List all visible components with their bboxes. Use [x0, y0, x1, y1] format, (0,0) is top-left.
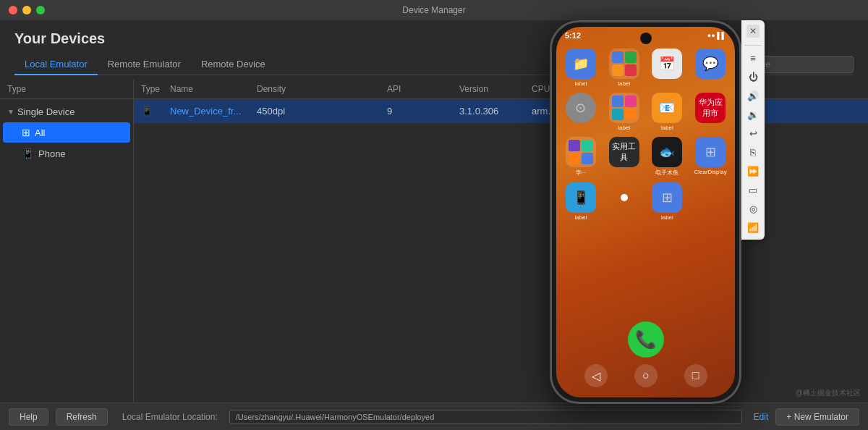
phone-app-grid: 📁 label label 📅	[562, 49, 729, 221]
app-icon-wrap[interactable]: 华为应用市	[692, 93, 729, 131]
type-col-header: Type	[0, 80, 133, 99]
sidebar-section-single-device[interactable]: ▼ Single Device	[0, 102, 133, 122]
tab-remote-emulator[interactable]: Remote Emulator	[98, 54, 191, 75]
close-button[interactable]	[9, 6, 17, 14]
watermark: @稀土掘金技术社区	[796, 388, 861, 398]
side-controls-panel: ✕ ≡ ⏻ 🔊 🔉 ↩ ⎘ ⏩ ▭ ◎ 📶	[741, 20, 765, 240]
app-icon: 📅	[652, 49, 682, 79]
app-icon-wrap[interactable]: 📁 label	[562, 49, 600, 87]
app-icon	[609, 93, 639, 123]
app-icon-wrap[interactable]: label	[605, 93, 643, 131]
tab-bar: Local Emulator Remote Emulator Remote De…	[14, 54, 276, 75]
app-icon-wrap[interactable]: 🐟 电子木鱼	[649, 137, 686, 177]
app-icon-wrap[interactable]	[605, 182, 643, 221]
refresh-button[interactable]: Refresh	[56, 408, 108, 426]
phone-time: 5:12	[565, 31, 581, 40]
sidebar-section-label: Single Device	[17, 106, 75, 117]
sidebar-item-phone[interactable]: 📱 Phone	[3, 143, 130, 164]
phone-screen[interactable]: 5:12 ●● ▌▌ 📁 label	[556, 27, 735, 397]
app-icon-wrap[interactable]: ⊞ label	[649, 182, 686, 221]
phone-status-bar: 5:12 ●● ▌▌	[556, 27, 735, 44]
title-bar: Device Manager	[0, 0, 868, 20]
app-label: label	[574, 214, 587, 221]
tab-local-emulator[interactable]: Local Emulator	[14, 54, 98, 75]
window-title: Device Manager	[402, 5, 465, 15]
col-api: API	[387, 84, 459, 94]
app-label: label	[574, 80, 587, 87]
app-icon-wrap[interactable]: 📅	[649, 49, 686, 87]
panel-close-button[interactable]: ✕	[746, 25, 760, 38]
col-density: Density	[257, 84, 387, 94]
screen-toggle-icon[interactable]: ▭	[745, 182, 761, 198]
app-icon	[566, 137, 596, 167]
divider	[744, 45, 762, 46]
phone-frame: 5:12 ●● ▌▌ 📁 label	[550, 20, 741, 404]
edit-link[interactable]: Edit	[754, 412, 769, 422]
home-button[interactable]: ○	[634, 364, 658, 387]
power-icon[interactable]: ⏻	[745, 69, 761, 85]
menu-icon[interactable]: ≡	[745, 50, 761, 66]
app-icon: 📧	[652, 93, 682, 123]
minimize-button[interactable]	[22, 6, 31, 14]
phone-emulator: 5:12 ●● ▌▌ 📁 label	[550, 20, 741, 404]
app-label: label	[618, 80, 630, 87]
row-name: New_Device_fr...	[170, 106, 257, 117]
help-button[interactable]: Help	[9, 408, 48, 426]
app-icon: 🐟	[652, 137, 682, 167]
app-icon	[609, 49, 639, 79]
app-icon-wrap[interactable]: ⊞ ClearDisplay	[692, 137, 729, 177]
recents-button[interactable]: □	[684, 364, 707, 387]
app-label: label	[661, 125, 673, 131]
sidebar-item-all[interactable]: ⊞ All	[3, 122, 130, 143]
wifi-icon[interactable]: 📶	[745, 219, 761, 235]
app-icon-wrap[interactable]: label	[605, 49, 643, 87]
sidebar-item-phone-label: Phone	[38, 148, 66, 159]
row-version: 3.1.0.306	[459, 106, 532, 117]
app-label: label	[618, 125, 630, 131]
phone-icon: 📱	[22, 148, 34, 159]
phone-dock-app[interactable]: 📞	[628, 321, 664, 358]
new-emulator-button[interactable]: + New Emulator	[775, 408, 859, 426]
app-icon-wrap[interactable]: 学···	[562, 137, 600, 177]
app-icon	[609, 182, 639, 213]
sidebar: Type ▼ Single Device ⊞ All 📱 Phone	[0, 80, 134, 402]
row-api: 9	[387, 106, 459, 117]
sidebar-item-all-label: All	[35, 127, 45, 138]
screenshot-icon[interactable]: ⎘	[745, 144, 761, 160]
forward-icon[interactable]: ⏩	[745, 163, 761, 179]
app-icon-wrap[interactable]: ⊙	[562, 93, 600, 131]
app-icon: ⊞	[652, 182, 682, 213]
app-icon: 华为应用市	[695, 93, 726, 123]
location-icon[interactable]: ◎	[745, 201, 761, 216]
app-icon: 实用工具	[609, 137, 639, 167]
app-icon-wrap[interactable]: 💬	[692, 49, 729, 87]
tab-remote-device[interactable]: Remote Device	[191, 54, 276, 75]
maximize-button[interactable]	[36, 6, 45, 14]
row-type: 📱	[141, 106, 170, 117]
app-icon-placeholder	[692, 182, 722, 221]
col-version: Version	[459, 84, 532, 94]
app-icon: 📱	[566, 182, 596, 213]
vol-down-icon[interactable]: 🔉	[745, 106, 761, 122]
phone-bottom-nav: ◁ ○ □	[556, 364, 735, 387]
app-icon-wrap[interactable]: 📧 label	[649, 93, 686, 131]
col-type: Type	[141, 84, 170, 94]
app-icon: 📁	[566, 49, 596, 79]
app-icon: ⊞	[695, 137, 726, 167]
app-label: ClearDisplay	[694, 169, 726, 175]
sidebar-content: ▼ Single Device ⊞ All 📱 Phone	[0, 99, 133, 164]
location-path-input[interactable]	[229, 410, 742, 424]
app-icon-wrap[interactable]: 📱 label	[562, 182, 600, 221]
app-label: label	[661, 214, 673, 221]
location-label: Local Emulator Location:	[122, 412, 218, 422]
back-button[interactable]: ◁	[584, 364, 608, 387]
col-name: Name	[170, 84, 257, 94]
footer: Help Refresh Local Emulator Location: Ed…	[0, 402, 868, 430]
window-controls[interactable]	[9, 6, 45, 14]
app-icon: 💬	[695, 49, 726, 79]
app-icon-wrap[interactable]: 实用工具	[605, 137, 643, 177]
phone-status-icons: ●● ▌▌	[707, 32, 726, 39]
rotate-icon[interactable]: ↩	[745, 125, 761, 141]
vol-up-icon[interactable]: 🔊	[745, 88, 761, 104]
row-density: 450dpi	[257, 106, 387, 117]
